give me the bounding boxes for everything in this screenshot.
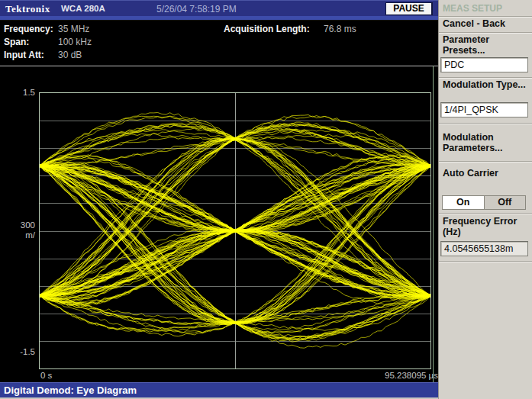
separator xyxy=(439,32,532,34)
cancel-back-button[interactable]: Cancel - Back xyxy=(443,19,530,30)
span-label: Span: xyxy=(4,37,29,47)
display-area: Frequency: 35 MHz Span: 100 kHz Input At… xyxy=(0,21,438,382)
auto-carrier-label: Auto Carrier xyxy=(443,169,530,179)
parameter-presets-value[interactable]: PDC xyxy=(440,57,528,72)
pause-button[interactable]: PAUSE xyxy=(385,2,433,15)
separator xyxy=(439,123,532,124)
auto-carrier-toggle: On Off xyxy=(442,195,526,210)
ytick-max: 1.5 xyxy=(0,88,35,97)
separator xyxy=(439,77,532,79)
separator xyxy=(439,213,532,214)
instrument-screen: Tektronix WCA 280A 5/26/04 7:58:19 PM PA… xyxy=(0,0,532,399)
titlebar: Tektronix WCA 280A 5/26/04 7:58:19 PM PA… xyxy=(0,0,438,16)
input-att-value: 30 dB xyxy=(58,50,82,60)
plot-frame xyxy=(39,92,431,369)
eye-diagram-canvas xyxy=(40,93,430,368)
yscale-unit: m/ xyxy=(0,230,35,240)
model-label: WCA 280A xyxy=(61,4,105,13)
separator xyxy=(439,261,532,262)
modulation-parameters-button[interactable]: Modulation Parameters... xyxy=(443,133,530,153)
menu-title: MEAS SETUP xyxy=(443,3,502,14)
frequency-label: Frequency: xyxy=(4,24,53,34)
separator xyxy=(439,16,532,18)
acquisition-length-label: Acquisition Length: xyxy=(224,24,310,34)
auto-carrier-off-button[interactable]: Off xyxy=(485,196,526,209)
frequency-error-value: 4.0545655138m xyxy=(440,241,528,256)
display-top-bevel xyxy=(0,66,438,66)
status-text: Digital Demod: Eye Diagram xyxy=(4,385,137,396)
modulation-type-button[interactable]: Modulation Type... xyxy=(443,80,530,91)
frequency-value: 35 MHz xyxy=(58,24,89,34)
input-att-label: Input Att: xyxy=(4,50,44,60)
auto-carrier-on-button[interactable]: On xyxy=(443,196,485,209)
xtick-end: 95.238095 μs xyxy=(0,371,438,380)
frequency-error-label: Frequency Error (Hz) xyxy=(443,217,530,237)
statusbar: Digital Demod: Eye Diagram xyxy=(0,382,438,397)
modulation-type-value[interactable]: 1/4PI_QPSK xyxy=(440,102,528,117)
sidebar-menu: MEAS SETUP Cancel - Back Parameter Prese… xyxy=(438,0,532,399)
display-right-edge xyxy=(433,66,434,382)
ytick-min: -1.5 xyxy=(0,347,35,356)
parameter-presets-button[interactable]: Parameter Presets... xyxy=(443,35,530,56)
datetime-label: 5/26/04 7:58:19 PM xyxy=(156,4,237,14)
acquisition-length-value: 76.8 ms xyxy=(324,24,356,34)
separator xyxy=(439,161,532,162)
yscale-value: 300 xyxy=(0,220,35,230)
tektronix-logo: Tektronix xyxy=(5,3,50,15)
span-value: 100 kHz xyxy=(58,37,92,47)
